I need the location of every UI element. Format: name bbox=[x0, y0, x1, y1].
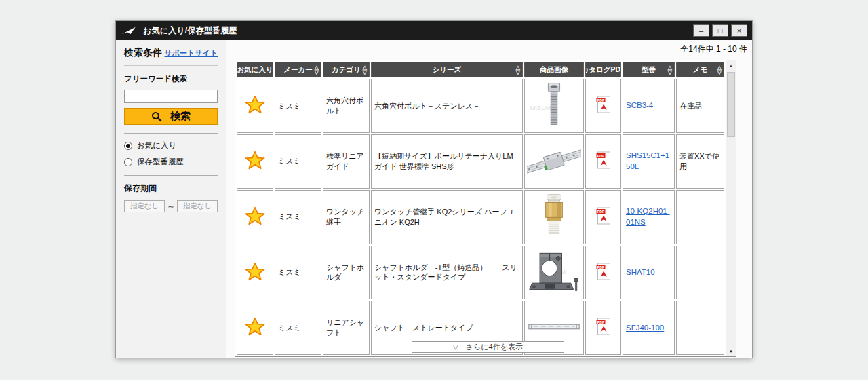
part-number-cell: SHS15C1+150L bbox=[623, 134, 675, 189]
search-button[interactable]: 検索 bbox=[124, 108, 218, 125]
column-label: カタログPDF bbox=[585, 65, 621, 75]
maker-cell: ミスミ bbox=[275, 190, 321, 244]
scroll-up-icon[interactable]: ▲ bbox=[726, 60, 736, 71]
table-row: ミスミ ワンタッチ継手 ワンタッチ管継手 KQ2シリーズ ハーフユニオン KQ2… bbox=[237, 190, 724, 244]
results-area: 全14件中 1 - 10 件 お気に入りメーカー△▽カテゴリ△▽シリーズ△▽商品… bbox=[226, 40, 752, 358]
pdf-file-icon: PDF bbox=[596, 151, 611, 169]
pdf-file-icon: PDF bbox=[596, 318, 611, 335]
catalog-pdf-button[interactable]: PDF bbox=[596, 151, 611, 169]
product-image: Mi bbox=[527, 248, 581, 295]
column-header-1[interactable]: メーカー△▽ bbox=[275, 62, 321, 77]
catalog-pdf-cell: PDF bbox=[585, 79, 621, 133]
favorite-cell bbox=[237, 301, 273, 355]
app-logo-icon bbox=[121, 25, 137, 36]
close-button[interactable]: × bbox=[731, 24, 747, 37]
product-image-cell: MiSUMi bbox=[524, 79, 584, 133]
series-cell: 六角穴付ボルト－ステンレス－ bbox=[371, 79, 523, 133]
scrollbar-thumb[interactable] bbox=[727, 72, 735, 137]
period-to-field[interactable]: 指定なし bbox=[177, 200, 218, 212]
part-number-cell: SHAT10 bbox=[623, 246, 675, 300]
sort-arrows-icon[interactable]: △▽ bbox=[363, 65, 367, 75]
result-count: 全14件中 1 - 10 件 bbox=[680, 43, 747, 55]
favorite-star-icon bbox=[245, 317, 265, 336]
radio-circle-icon bbox=[124, 158, 132, 166]
radio-label: 保存型番履歴 bbox=[137, 157, 184, 167]
favorite-star-button[interactable] bbox=[245, 262, 265, 281]
radio-option-favorites[interactable]: お気に入り bbox=[124, 140, 218, 151]
sort-arrows-icon[interactable]: △▽ bbox=[315, 65, 319, 75]
title-bar[interactable]: お気に入り/保存型番履歴 – □ × bbox=[116, 21, 752, 40]
vertical-scrollbar[interactable]: ▲ ▼ bbox=[726, 60, 736, 356]
maker-cell: ミスミ bbox=[275, 79, 321, 133]
memo-cell bbox=[676, 301, 724, 355]
freeword-search-input[interactable] bbox=[124, 90, 218, 103]
series-cell: シャフトホルダ -T型（鋳造品） スリット・スタンダードタイプ bbox=[371, 246, 523, 300]
column-header-7[interactable]: メモ△▽ bbox=[676, 62, 724, 77]
favorite-star-button[interactable] bbox=[245, 151, 265, 170]
favorite-star-button[interactable] bbox=[245, 95, 265, 114]
window-controls: – □ × bbox=[693, 24, 747, 37]
period-from-field[interactable]: 指定なし bbox=[124, 200, 165, 212]
results-table-container: お気に入りメーカー△▽カテゴリ△▽シリーズ△▽商品画像カタログPDF型番△▽メモ… bbox=[235, 60, 736, 357]
column-header-6[interactable]: 型番△▽ bbox=[623, 62, 675, 77]
window-title: お気に入り/保存型番履歴 bbox=[143, 25, 237, 37]
sort-arrows-icon[interactable]: △▽ bbox=[717, 65, 722, 75]
part-number-link[interactable]: SHAT10 bbox=[626, 268, 655, 276]
chevron-down-icon: ▽ bbox=[453, 343, 458, 351]
maker-cell: ミスミ bbox=[275, 301, 321, 355]
part-number-link[interactable]: SHS15C1+150L bbox=[626, 151, 669, 170]
category-cell: ワンタッチ継手 bbox=[323, 190, 370, 244]
column-header-3[interactable]: シリーズ△▽ bbox=[371, 62, 523, 77]
part-number-link[interactable]: SCB3-4 bbox=[626, 101, 653, 109]
radio-circle-icon bbox=[124, 142, 132, 150]
save-period-row: 指定なし ～ 指定なし bbox=[124, 200, 218, 212]
favorite-cell bbox=[237, 190, 273, 244]
minimize-button[interactable]: – bbox=[693, 24, 709, 37]
maker-cell: ミスミ bbox=[275, 246, 321, 300]
category-cell: シャフトホルダ bbox=[323, 246, 370, 300]
catalog-pdf-button[interactable]: PDF bbox=[596, 263, 611, 280]
memo-cell: 装置XXで使用 bbox=[676, 134, 724, 189]
column-header-4: 商品画像 bbox=[524, 62, 584, 77]
favorite-star-button[interactable] bbox=[245, 317, 265, 336]
part-number-cell: 10-KQ2H01-01NS bbox=[623, 190, 675, 244]
product-image-one-touch-fitting bbox=[527, 192, 581, 240]
column-header-2[interactable]: カテゴリ△▽ bbox=[323, 62, 370, 77]
product-image-cell bbox=[524, 134, 584, 189]
svg-text:MiSUMi: MiSUMi bbox=[530, 104, 553, 111]
search-icon bbox=[151, 111, 162, 122]
part-number-link[interactable]: 10-KQ2H01-01NS bbox=[626, 207, 670, 226]
show-more-button[interactable]: ▽ さらに4件を表示 bbox=[412, 341, 564, 353]
table-row: ミスミ シャフトホルダ シャフトホルダ -T型（鋳造品） スリット・スタンダード… bbox=[237, 246, 724, 300]
product-image: MiSUMi bbox=[527, 81, 581, 128]
app-window: お気に入り/保存型番履歴 – □ × 検索条件 サポートサイト フリーワード検索… bbox=[115, 20, 753, 358]
memo-cell bbox=[676, 246, 724, 300]
product-image-linear-guide bbox=[527, 136, 581, 184]
scroll-down-icon[interactable]: ▼ bbox=[726, 346, 736, 356]
sidebar-header: 検索条件 サポートサイト bbox=[124, 47, 218, 66]
column-label: カテゴリ bbox=[332, 65, 361, 75]
product-image-cell: Mi bbox=[524, 246, 584, 300]
product-image-cell bbox=[524, 190, 584, 244]
svg-text:PDF: PDF bbox=[597, 98, 604, 102]
column-label: メーカー bbox=[283, 65, 313, 75]
svg-text:PDF: PDF bbox=[597, 153, 604, 157]
catalog-pdf-cell: PDF bbox=[585, 301, 621, 355]
show-more-label: さらに4件を表示 bbox=[466, 342, 523, 352]
favorite-star-icon bbox=[245, 95, 265, 114]
catalog-pdf-button[interactable]: PDF bbox=[596, 318, 611, 335]
maximize-button[interactable]: □ bbox=[712, 24, 728, 37]
catalog-pdf-button[interactable]: PDF bbox=[596, 207, 611, 225]
part-number-link[interactable]: SFJ40-100 bbox=[626, 324, 664, 332]
search-conditions-heading: 検索条件 bbox=[124, 47, 162, 59]
sidebar-divider bbox=[124, 133, 218, 134]
table-row: ミスミ 六角穴付ボルト 六角穴付ボルト－ステンレス－ MiSUMi PDF SC… bbox=[237, 79, 724, 133]
favorite-star-button[interactable] bbox=[245, 206, 265, 225]
catalog-pdf-button[interactable]: PDF bbox=[596, 96, 611, 113]
support-site-link[interactable]: サポートサイト bbox=[164, 48, 218, 58]
sort-arrows-icon[interactable]: △▽ bbox=[668, 65, 672, 75]
sort-arrows-icon[interactable]: △▽ bbox=[516, 65, 520, 75]
memo-cell bbox=[676, 190, 724, 244]
column-label: 型番 bbox=[642, 65, 656, 75]
radio-option-saved-history[interactable]: 保存型番履歴 bbox=[124, 157, 218, 167]
